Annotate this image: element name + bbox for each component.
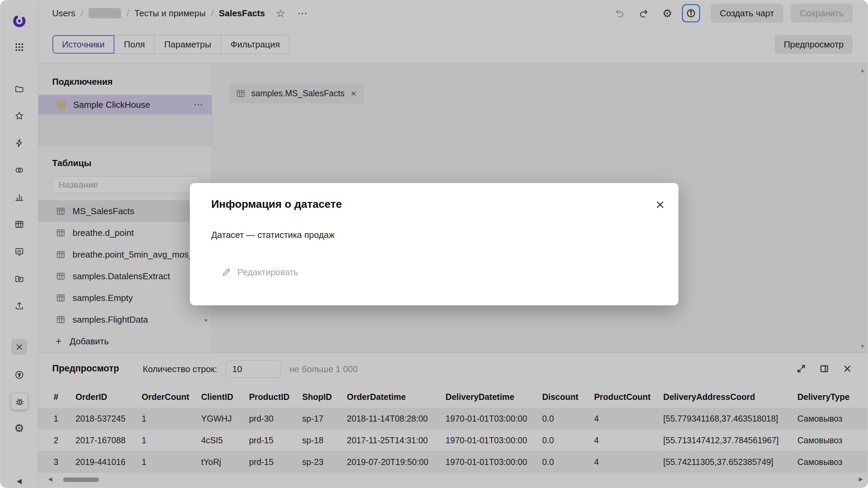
dataset-info-modal: Информация о датасете Датасет — статисти… <box>190 183 678 305</box>
datalens-dataset-editor: ? ⚙ ◀ Users / / Тесты и примеры / SalesF… <box>0 0 868 488</box>
dataset-description: Датасет — статистика продаж <box>211 230 335 240</box>
edit-description-button[interactable]: Редактировать <box>221 267 298 278</box>
modal-close-button[interactable] <box>652 197 668 213</box>
edit-description-label: Редактировать <box>237 267 298 278</box>
pencil-icon <box>221 267 231 278</box>
modal-title: Информация о датасете <box>211 198 342 210</box>
